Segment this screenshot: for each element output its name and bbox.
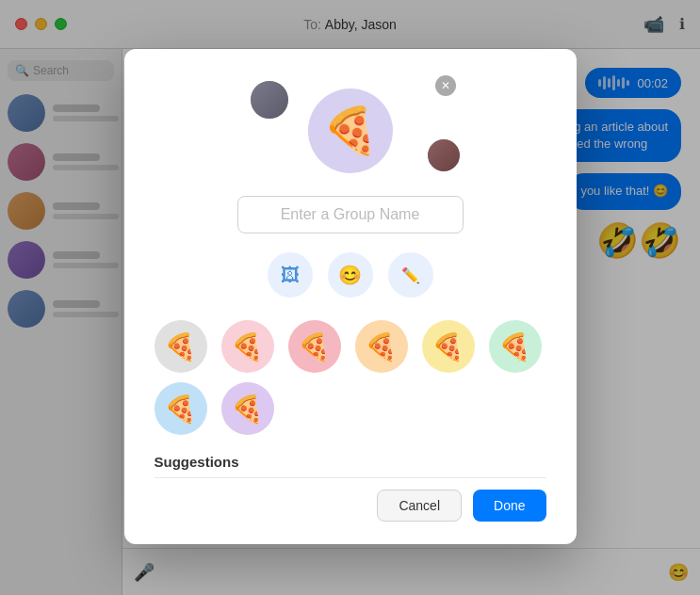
group-name-input-container: [155, 196, 546, 233]
edit-action-button[interactable]: ✏️: [388, 252, 433, 298]
emoji-grid: 🍕 🍕 🍕 🍕 🍕 🍕 🍕 🍕: [155, 320, 546, 435]
modal-footer: Cancel Done: [155, 477, 546, 522]
app-container: To: Abby, Jason 📹 ℹ 🔍 Search: [0, 0, 700, 595]
close-icon: ✕: [441, 79, 450, 92]
modal-icon-area: 🍕 ✕: [155, 79, 546, 173]
emoji-option-green[interactable]: 🍕: [489, 320, 542, 373]
group-name-modal: 🍕 ✕ 🖼 😊 ✏️: [124, 49, 577, 544]
group-name-input[interactable]: [237, 196, 464, 233]
emoji-option-orange[interactable]: 🍕: [355, 320, 408, 373]
emoji-option-red[interactable]: 🍕: [288, 320, 341, 373]
participant-avatar-left: [249, 79, 290, 121]
emoji-option-purple[interactable]: 🍕: [221, 382, 274, 435]
emoji-option-pink[interactable]: 🍕: [221, 320, 274, 373]
emoji-option-blue[interactable]: 🍕: [155, 382, 207, 435]
remove-avatar-button[interactable]: ✕: [435, 75, 456, 96]
emoji-option-gray[interactable]: 🍕: [155, 320, 207, 373]
participant-avatar-right: [426, 137, 462, 173]
done-button[interactable]: Done: [473, 490, 545, 522]
suggestions-label: Suggestions: [155, 454, 546, 470]
cancel-button[interactable]: Cancel: [377, 490, 462, 522]
emoji-action-button[interactable]: 😊: [328, 252, 373, 298]
photo-action-button[interactable]: 🖼: [268, 252, 313, 298]
modal-overlay: 🍕 ✕ 🖼 😊 ✏️: [0, 0, 700, 595]
group-icon-large[interactable]: 🍕: [308, 88, 393, 173]
action-buttons-row: 🖼 😊 ✏️: [155, 252, 546, 298]
emoji-option-yellow[interactable]: 🍕: [422, 320, 475, 373]
